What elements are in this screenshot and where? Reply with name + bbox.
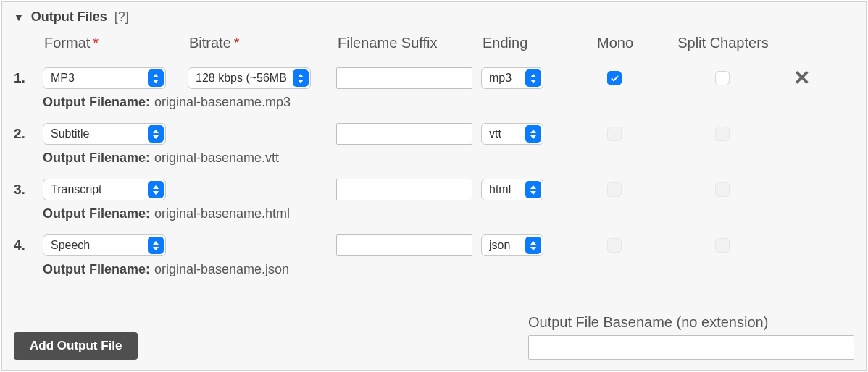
ending-select[interactable]: mp3 (481, 67, 543, 89)
row-number: 3. (14, 172, 43, 198)
col-ending: Ending (481, 35, 568, 57)
row-number: 4. (14, 227, 43, 253)
filename-suffix-input[interactable] (336, 67, 472, 89)
ending-select[interactable]: json (481, 234, 543, 256)
filename-suffix-input[interactable] (336, 234, 472, 256)
output-filename-value: original-basename.html (150, 206, 290, 221)
format-select[interactable]: Transcript (43, 179, 166, 200)
output-files-panel: ▼ Output Files [?] Format* Bitrate* File… (1, 1, 867, 371)
ending-select[interactable]: html (481, 179, 543, 200)
output-filename-value: original-basename.json (150, 262, 289, 276)
output-filename-label: Output Filename: (43, 262, 150, 276)
format-select[interactable]: MP3 (43, 67, 166, 89)
output-filename-line: Output Filename:original-basename.json (43, 256, 813, 280)
row-number: 1. (14, 60, 43, 86)
format-select-value: Speech (51, 239, 143, 252)
ending-select-value: html (489, 183, 521, 196)
filename-suffix-input[interactable] (336, 123, 472, 145)
mono-checkbox (607, 127, 622, 141)
split-chapters-checkbox (715, 182, 730, 197)
format-select-value: MP3 (51, 72, 143, 85)
col-format: Format* (43, 35, 188, 57)
format-select[interactable]: Subtitle (43, 123, 166, 145)
basename-block: Output File Basename (no extension) (528, 314, 854, 360)
output-filename-label: Output Filename: (43, 95, 150, 109)
stepper-icon (148, 181, 164, 198)
mono-checkbox (607, 182, 622, 197)
ending-select[interactable]: vtt (481, 123, 543, 145)
col-suffix: Filename Suffix (336, 35, 481, 57)
output-filename-line: Output Filename:original-basename.vtt (43, 145, 813, 169)
stepper-icon (148, 237, 164, 254)
col-split: Split Chapters (661, 35, 784, 57)
stepper-icon (525, 69, 541, 87)
ending-select-value: json (489, 239, 521, 252)
stepper-icon (148, 69, 164, 87)
panel-title: Output Files (31, 9, 107, 25)
basename-label: Output File Basename (no extension) (528, 314, 854, 331)
split-chapters-checkbox[interactable] (715, 71, 730, 85)
output-filename-value: original-basename.mp3 (150, 95, 291, 109)
stepper-icon (293, 69, 309, 87)
panel-header: ▼ Output Files [?] (14, 9, 854, 25)
stepper-icon (525, 125, 541, 143)
ending-select-value: mp3 (489, 72, 521, 85)
col-bitrate: Bitrate* (188, 35, 336, 57)
format-select[interactable]: Speech (43, 234, 166, 256)
panel-disclosure-icon[interactable]: ▼ (14, 12, 24, 23)
ending-select-value: vtt (489, 127, 521, 140)
remove-row-icon[interactable]: ✕ (784, 68, 813, 88)
mono-checkbox (607, 238, 622, 253)
output-filename-line: Output Filename:original-basename.mp3 (43, 89, 813, 113)
format-select-value: Transcript (51, 183, 143, 196)
split-chapters-checkbox (715, 238, 730, 253)
bitrate-select[interactable]: 128 kbps (~56MB (188, 67, 311, 89)
basename-input[interactable] (528, 335, 854, 360)
output-filename-label: Output Filename: (43, 151, 150, 165)
help-link[interactable]: [?] (114, 9, 129, 25)
stepper-icon (525, 181, 541, 198)
filename-suffix-input[interactable] (336, 179, 472, 200)
row-number: 2. (14, 116, 43, 142)
stepper-icon (148, 125, 164, 143)
stepper-icon (525, 237, 541, 254)
output-filename-line: Output Filename:original-basename.html (43, 200, 813, 224)
format-select-value: Subtitle (51, 127, 143, 140)
output-filename-label: Output Filename: (43, 206, 150, 221)
output-filename-value: original-basename.vtt (150, 151, 279, 165)
col-mono: Mono (568, 35, 661, 57)
panel-footer: Add Output File Output File Basename (no… (14, 314, 854, 360)
add-output-file-button[interactable]: Add Output File (14, 332, 138, 360)
mono-checkbox[interactable] (607, 71, 622, 85)
split-chapters-checkbox (715, 127, 730, 141)
bitrate-select-value: 128 kbps (~56MB (196, 72, 288, 85)
